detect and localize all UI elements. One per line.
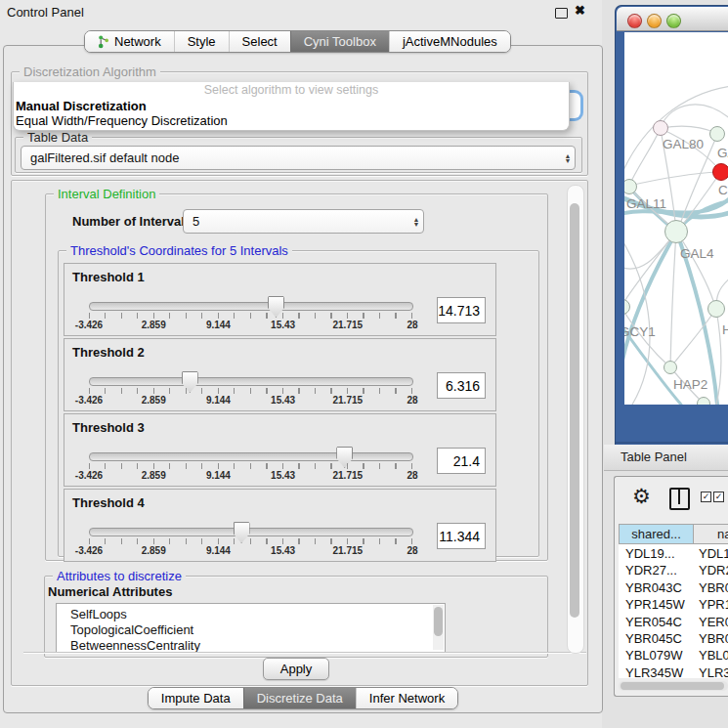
slider-track[interactable] [89, 528, 413, 536]
table-row[interactable]: YBL079WYBL0 [619, 648, 728, 664]
attribute-item-topologicalcoefficient[interactable]: TopologicalCoefficient [70, 622, 445, 638]
table-panel-header: Table Panel [604, 445, 728, 471]
node-table[interactable]: shared... na YDL19...YDL1YDR27...YDR2YBR… [619, 524, 728, 678]
slider-scale-label: 21.715 [333, 545, 364, 556]
close-traffic-light-icon[interactable] [627, 14, 642, 28]
checkbox-icon[interactable]: ✓ [713, 492, 724, 502]
cell-name: YDR2 [699, 563, 728, 578]
cell-shared-name: YBL079W [625, 648, 683, 663]
network-node-gal80[interactable] [653, 120, 668, 136]
threshold-value-box[interactable]: 11.344 [437, 523, 486, 549]
tab-jactivemnodules[interactable]: jActiveMNodules [389, 31, 510, 52]
table-row[interactable]: YPR145WYPR1 [619, 597, 728, 614]
slider-track[interactable] [89, 452, 413, 461]
slider-scale-label: 9.144 [206, 470, 231, 481]
algorithm-option-equal-width-frequency-discretization[interactable]: Equal Width/Frequency Discretization [14, 113, 569, 128]
slider-scale: -3.4262.8599.14415.4321.71528 [89, 320, 412, 331]
tab-label: Select [242, 34, 278, 49]
slider-scale-label: 15.43 [271, 395, 295, 406]
tab-label: Cyni Toolbox [304, 34, 376, 49]
attributes-list-scrollbar[interactable] [433, 605, 444, 650]
attributes-to-discretize-label: Attributes to discretize [53, 569, 186, 583]
slider-scale-label: -3.426 [75, 470, 103, 481]
threshold-coordinates-label: Threshold's Coordinates for 5 Intervals [66, 243, 292, 258]
algorithm-option-manual-discretization[interactable]: Manual Discretization [14, 99, 569, 113]
settings-scrollbar[interactable] [567, 185, 584, 654]
apply-button[interactable]: Apply [263, 658, 329, 680]
slider-ticks [89, 463, 412, 469]
slider-scale-label: -3.426 [75, 320, 103, 330]
number-of-intervals-value: 5 [184, 214, 409, 229]
threshold-value-box[interactable]: 21.4 [437, 448, 486, 474]
slider-scale-label: 9.144 [206, 320, 231, 330]
slider-scale-label: 28 [407, 545, 417, 556]
table-row[interactable]: YDR27...YDR2 [619, 563, 728, 579]
algorithm-popup-hint: Select algorithm to view settings [14, 82, 569, 99]
network-canvas[interactable]: GAL80GACGAL11GAL4GCY1HHAP2 [624, 32, 728, 405]
number-of-intervals-combobox[interactable]: 5 ▲▼ [183, 209, 424, 234]
tab-discretize-data[interactable]: Discretize Data [243, 688, 356, 708]
tab-select[interactable]: Select [229, 31, 290, 52]
number-of-intervals-label: Number of Intervals [72, 214, 192, 229]
threshold-value-box[interactable]: 14.713 [437, 297, 486, 323]
tab-network[interactable]: Network [85, 31, 174, 52]
spinner-arrows-icon[interactable]: ▲▼ [561, 153, 575, 163]
network-icon [98, 35, 109, 49]
tab-cyni-toolbox[interactable]: Cyni Toolbox [290, 31, 389, 52]
gear-icon[interactable]: ⚙ [632, 485, 651, 508]
tab-impute-data[interactable]: Impute Data [149, 688, 243, 708]
table-row[interactable]: YER054CYER0 [619, 615, 728, 631]
split-view-icon[interactable] [669, 488, 690, 510]
network-node-c[interactable] [712, 163, 728, 181]
attribute-item-selfloops[interactable]: SelfLoops [70, 607, 445, 622]
column-header-shared-name[interactable]: shared... [619, 524, 694, 544]
tab-infer-network[interactable]: Infer Network [356, 688, 457, 708]
tab-label: Impute Data [161, 691, 231, 706]
threshold-panel: Threshold 3 -3.4262.8599.14415.4321.7152… [64, 413, 496, 487]
table-row[interactable]: YLR345WYLR3 [619, 665, 728, 678]
cell-shared-name: YBR043C [625, 580, 682, 595]
slider-scale-label: 15.43 [271, 320, 295, 330]
network-node-h[interactable] [707, 300, 725, 318]
slider-scale-label: 28 [407, 470, 417, 481]
network-edges [624, 32, 728, 405]
table-row[interactable]: YBR045CYBR0 [619, 631, 728, 648]
network-node[interactable] [697, 397, 710, 405]
table-data-combobox[interactable]: galFiltered.sif default node ▲▼ [21, 146, 576, 170]
numerical-attributes-list[interactable]: SelfLoopsTopologicalCoefficientBetweenne… [56, 603, 446, 653]
zoom-traffic-light-icon[interactable] [666, 14, 681, 28]
cell-shared-name: YER054C [625, 615, 682, 629]
threshold-panel: Threshold 1 -3.4262.8599.14415.4321.7152… [64, 263, 496, 336]
checkbox-icon[interactable]: ✓ [701, 492, 711, 502]
cell-name: YBR0 [699, 631, 728, 646]
float-icon[interactable] [555, 8, 568, 19]
table-horizontal-scrollbar[interactable] [619, 681, 728, 691]
tab-style[interactable]: Style [174, 31, 229, 52]
panel-title: Control Panel [7, 5, 84, 20]
table-row[interactable]: YDL19...YDL1 [619, 546, 728, 563]
threshold-coordinates-groupbox: Threshold's Coordinates for 5 Intervals … [58, 250, 539, 557]
table-row[interactable]: YBR043CYBR0 [619, 580, 728, 597]
network-node-hap2[interactable] [664, 361, 677, 374]
network-view-window: GAL80GACGAL11GAL4GCY1HHAP2 [615, 5, 728, 446]
spinner-arrows-icon[interactable]: ▲▼ [409, 217, 423, 227]
tab-label: Discretize Data [257, 691, 343, 706]
column-header-name[interactable]: na [693, 524, 728, 544]
cell-name: YBR0 [699, 580, 728, 595]
threshold-value-box[interactable]: 6.316 [437, 372, 486, 399]
attribute-item-betweennesscentrality[interactable]: BetweennessCentrality [70, 638, 445, 653]
bottom-tab-bar: Impute DataDiscretize DataInfer Network [148, 687, 458, 709]
network-window-titlebar[interactable] [617, 7, 728, 31]
cell-shared-name: YBR045C [625, 631, 682, 646]
slider-track[interactable] [89, 377, 413, 386]
cell-name: YLR3 [699, 665, 728, 678]
slider-scale: -3.4262.8599.14415.4321.71528 [89, 395, 412, 407]
minimize-traffic-light-icon[interactable] [647, 14, 662, 28]
cell-name: YER0 [699, 615, 728, 629]
network-node-ga[interactable] [709, 126, 725, 142]
close-icon[interactable]: ✖ [575, 3, 585, 18]
tab-label: Network [114, 34, 161, 49]
network-node-gal4[interactable] [664, 220, 688, 243]
slider-track[interactable] [89, 302, 413, 311]
discretization-algorithm-label: Discretization Algorithm [20, 64, 160, 79]
